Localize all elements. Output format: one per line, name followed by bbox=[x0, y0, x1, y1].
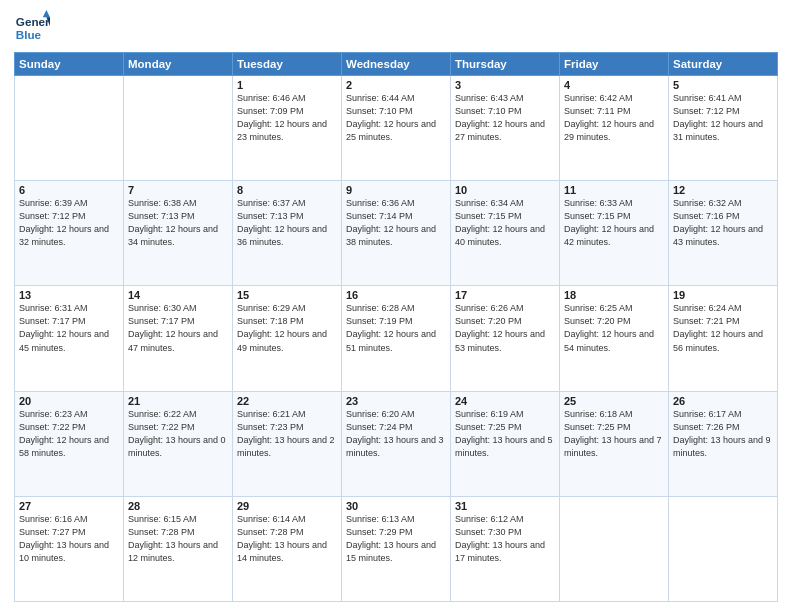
day-info: Sunrise: 6:37 AM Sunset: 7:13 PM Dayligh… bbox=[237, 197, 337, 249]
calendar-cell: 6Sunrise: 6:39 AM Sunset: 7:12 PM Daylig… bbox=[15, 181, 124, 286]
day-number: 30 bbox=[346, 500, 446, 512]
calendar-cell: 13Sunrise: 6:31 AM Sunset: 7:17 PM Dayli… bbox=[15, 286, 124, 391]
calendar-table: SundayMondayTuesdayWednesdayThursdayFrid… bbox=[14, 52, 778, 602]
day-info: Sunrise: 6:42 AM Sunset: 7:11 PM Dayligh… bbox=[564, 92, 664, 144]
day-number: 31 bbox=[455, 500, 555, 512]
calendar-cell: 16Sunrise: 6:28 AM Sunset: 7:19 PM Dayli… bbox=[342, 286, 451, 391]
day-number: 29 bbox=[237, 500, 337, 512]
day-info: Sunrise: 6:16 AM Sunset: 7:27 PM Dayligh… bbox=[19, 513, 119, 565]
day-number: 7 bbox=[128, 184, 228, 196]
day-info: Sunrise: 6:23 AM Sunset: 7:22 PM Dayligh… bbox=[19, 408, 119, 460]
day-number: 13 bbox=[19, 289, 119, 301]
day-number: 27 bbox=[19, 500, 119, 512]
day-number: 2 bbox=[346, 79, 446, 91]
day-number: 21 bbox=[128, 395, 228, 407]
day-info: Sunrise: 6:26 AM Sunset: 7:20 PM Dayligh… bbox=[455, 302, 555, 354]
calendar-cell: 2Sunrise: 6:44 AM Sunset: 7:10 PM Daylig… bbox=[342, 76, 451, 181]
day-number: 3 bbox=[455, 79, 555, 91]
calendar-cell: 12Sunrise: 6:32 AM Sunset: 7:16 PM Dayli… bbox=[669, 181, 778, 286]
day-info: Sunrise: 6:14 AM Sunset: 7:28 PM Dayligh… bbox=[237, 513, 337, 565]
calendar-cell: 26Sunrise: 6:17 AM Sunset: 7:26 PM Dayli… bbox=[669, 391, 778, 496]
day-number: 26 bbox=[673, 395, 773, 407]
day-info: Sunrise: 6:36 AM Sunset: 7:14 PM Dayligh… bbox=[346, 197, 446, 249]
day-number: 11 bbox=[564, 184, 664, 196]
day-number: 23 bbox=[346, 395, 446, 407]
day-info: Sunrise: 6:33 AM Sunset: 7:15 PM Dayligh… bbox=[564, 197, 664, 249]
day-number: 25 bbox=[564, 395, 664, 407]
day-number: 6 bbox=[19, 184, 119, 196]
calendar-cell: 27Sunrise: 6:16 AM Sunset: 7:27 PM Dayli… bbox=[15, 496, 124, 601]
calendar-cell: 7Sunrise: 6:38 AM Sunset: 7:13 PM Daylig… bbox=[124, 181, 233, 286]
day-number: 9 bbox=[346, 184, 446, 196]
day-info: Sunrise: 6:41 AM Sunset: 7:12 PM Dayligh… bbox=[673, 92, 773, 144]
day-number: 28 bbox=[128, 500, 228, 512]
day-number: 1 bbox=[237, 79, 337, 91]
day-info: Sunrise: 6:46 AM Sunset: 7:09 PM Dayligh… bbox=[237, 92, 337, 144]
day-number: 4 bbox=[564, 79, 664, 91]
day-number: 15 bbox=[237, 289, 337, 301]
day-header-tuesday: Tuesday bbox=[233, 53, 342, 76]
day-number: 24 bbox=[455, 395, 555, 407]
calendar-cell: 18Sunrise: 6:25 AM Sunset: 7:20 PM Dayli… bbox=[560, 286, 669, 391]
day-header-thursday: Thursday bbox=[451, 53, 560, 76]
calendar-cell: 21Sunrise: 6:22 AM Sunset: 7:22 PM Dayli… bbox=[124, 391, 233, 496]
logo-icon: General Blue bbox=[14, 10, 50, 46]
calendar-cell bbox=[15, 76, 124, 181]
day-info: Sunrise: 6:39 AM Sunset: 7:12 PM Dayligh… bbox=[19, 197, 119, 249]
calendar-cell: 23Sunrise: 6:20 AM Sunset: 7:24 PM Dayli… bbox=[342, 391, 451, 496]
day-info: Sunrise: 6:32 AM Sunset: 7:16 PM Dayligh… bbox=[673, 197, 773, 249]
calendar-cell bbox=[560, 496, 669, 601]
calendar-cell: 20Sunrise: 6:23 AM Sunset: 7:22 PM Dayli… bbox=[15, 391, 124, 496]
calendar-cell: 14Sunrise: 6:30 AM Sunset: 7:17 PM Dayli… bbox=[124, 286, 233, 391]
svg-marker-2 bbox=[43, 10, 50, 17]
calendar-cell: 3Sunrise: 6:43 AM Sunset: 7:10 PM Daylig… bbox=[451, 76, 560, 181]
calendar-cell: 28Sunrise: 6:15 AM Sunset: 7:28 PM Dayli… bbox=[124, 496, 233, 601]
calendar-cell: 8Sunrise: 6:37 AM Sunset: 7:13 PM Daylig… bbox=[233, 181, 342, 286]
day-info: Sunrise: 6:30 AM Sunset: 7:17 PM Dayligh… bbox=[128, 302, 228, 354]
day-number: 19 bbox=[673, 289, 773, 301]
day-info: Sunrise: 6:25 AM Sunset: 7:20 PM Dayligh… bbox=[564, 302, 664, 354]
day-number: 14 bbox=[128, 289, 228, 301]
day-header-sunday: Sunday bbox=[15, 53, 124, 76]
calendar-cell: 29Sunrise: 6:14 AM Sunset: 7:28 PM Dayli… bbox=[233, 496, 342, 601]
day-info: Sunrise: 6:44 AM Sunset: 7:10 PM Dayligh… bbox=[346, 92, 446, 144]
day-info: Sunrise: 6:19 AM Sunset: 7:25 PM Dayligh… bbox=[455, 408, 555, 460]
day-number: 10 bbox=[455, 184, 555, 196]
day-number: 8 bbox=[237, 184, 337, 196]
day-info: Sunrise: 6:38 AM Sunset: 7:13 PM Dayligh… bbox=[128, 197, 228, 249]
calendar-cell: 11Sunrise: 6:33 AM Sunset: 7:15 PM Dayli… bbox=[560, 181, 669, 286]
day-number: 16 bbox=[346, 289, 446, 301]
calendar-cell bbox=[669, 496, 778, 601]
day-info: Sunrise: 6:15 AM Sunset: 7:28 PM Dayligh… bbox=[128, 513, 228, 565]
day-info: Sunrise: 6:13 AM Sunset: 7:29 PM Dayligh… bbox=[346, 513, 446, 565]
day-info: Sunrise: 6:20 AM Sunset: 7:24 PM Dayligh… bbox=[346, 408, 446, 460]
day-info: Sunrise: 6:24 AM Sunset: 7:21 PM Dayligh… bbox=[673, 302, 773, 354]
calendar-cell: 25Sunrise: 6:18 AM Sunset: 7:25 PM Dayli… bbox=[560, 391, 669, 496]
calendar-cell: 19Sunrise: 6:24 AM Sunset: 7:21 PM Dayli… bbox=[669, 286, 778, 391]
calendar-cell: 15Sunrise: 6:29 AM Sunset: 7:18 PM Dayli… bbox=[233, 286, 342, 391]
day-header-saturday: Saturday bbox=[669, 53, 778, 76]
calendar-cell: 1Sunrise: 6:46 AM Sunset: 7:09 PM Daylig… bbox=[233, 76, 342, 181]
calendar-cell: 30Sunrise: 6:13 AM Sunset: 7:29 PM Dayli… bbox=[342, 496, 451, 601]
day-info: Sunrise: 6:43 AM Sunset: 7:10 PM Dayligh… bbox=[455, 92, 555, 144]
svg-text:Blue: Blue bbox=[16, 28, 42, 41]
day-info: Sunrise: 6:31 AM Sunset: 7:17 PM Dayligh… bbox=[19, 302, 119, 354]
day-number: 18 bbox=[564, 289, 664, 301]
day-number: 5 bbox=[673, 79, 773, 91]
day-number: 12 bbox=[673, 184, 773, 196]
day-header-wednesday: Wednesday bbox=[342, 53, 451, 76]
calendar-cell: 9Sunrise: 6:36 AM Sunset: 7:14 PM Daylig… bbox=[342, 181, 451, 286]
day-info: Sunrise: 6:12 AM Sunset: 7:30 PM Dayligh… bbox=[455, 513, 555, 565]
day-info: Sunrise: 6:21 AM Sunset: 7:23 PM Dayligh… bbox=[237, 408, 337, 460]
day-info: Sunrise: 6:34 AM Sunset: 7:15 PM Dayligh… bbox=[455, 197, 555, 249]
calendar-cell: 22Sunrise: 6:21 AM Sunset: 7:23 PM Dayli… bbox=[233, 391, 342, 496]
logo: General Blue bbox=[14, 10, 50, 46]
calendar-cell: 5Sunrise: 6:41 AM Sunset: 7:12 PM Daylig… bbox=[669, 76, 778, 181]
day-number: 22 bbox=[237, 395, 337, 407]
calendar-cell: 17Sunrise: 6:26 AM Sunset: 7:20 PM Dayli… bbox=[451, 286, 560, 391]
day-number: 17 bbox=[455, 289, 555, 301]
calendar-cell: 10Sunrise: 6:34 AM Sunset: 7:15 PM Dayli… bbox=[451, 181, 560, 286]
page-header: General Blue bbox=[14, 10, 778, 46]
calendar-cell: 24Sunrise: 6:19 AM Sunset: 7:25 PM Dayli… bbox=[451, 391, 560, 496]
calendar-cell: 4Sunrise: 6:42 AM Sunset: 7:11 PM Daylig… bbox=[560, 76, 669, 181]
